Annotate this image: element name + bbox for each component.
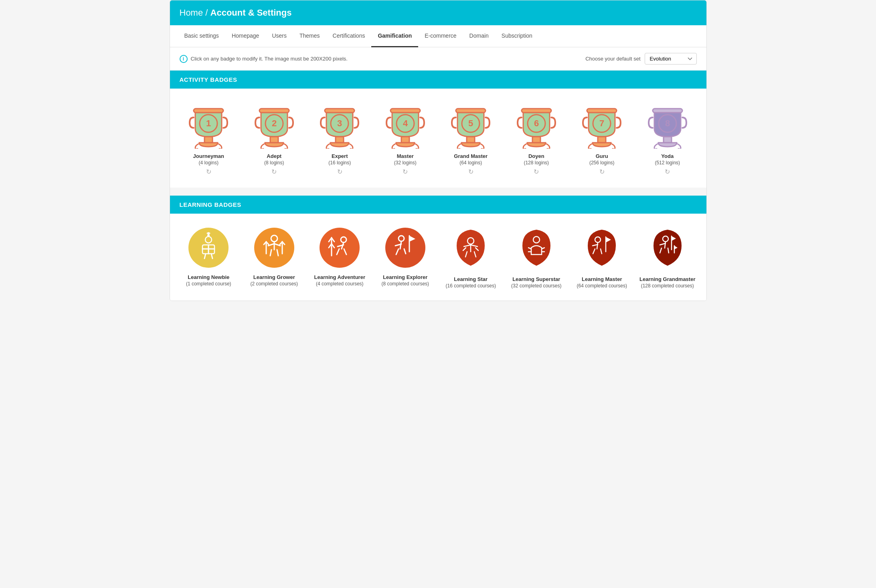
svg-rect-0 bbox=[194, 109, 223, 113]
badge-reset-3[interactable]: ↻ bbox=[337, 168, 342, 176]
breadcrumb-sep: / bbox=[203, 8, 210, 18]
learning-badge-5[interactable]: Learning Star (16 completed courses) bbox=[440, 226, 502, 289]
activity-badge-3[interactable]: 3 Expert (16 logins) ↻ bbox=[309, 101, 371, 176]
badge-sub-8: (512 logins) bbox=[655, 160, 680, 166]
learning-badge-icon-4 bbox=[383, 226, 427, 271]
activity-badge-2[interactable]: 2 Adept (8 logins) ↻ bbox=[243, 101, 305, 176]
learning-badge-sub-6: (32 completed courses) bbox=[511, 283, 561, 289]
learning-badge-2[interactable]: Learning Grower (2 completed courses) bbox=[243, 226, 305, 287]
badge-reset-2[interactable]: ↻ bbox=[271, 168, 277, 176]
svg-point-52 bbox=[320, 228, 360, 268]
badge-name-1: Journeyman bbox=[193, 153, 224, 159]
svg-text:7: 7 bbox=[599, 118, 604, 128]
learning-badge-1[interactable]: Learning Newbie (1 completed course) bbox=[178, 226, 240, 287]
svg-rect-9 bbox=[336, 137, 344, 143]
svg-point-59 bbox=[385, 228, 425, 268]
activity-badge-4[interactable]: 4 Master (32 logins) ↻ bbox=[374, 101, 436, 176]
svg-rect-8 bbox=[325, 109, 354, 113]
default-set-container: Choose your default set Evolution Classi… bbox=[585, 53, 696, 65]
tab-domain[interactable]: Domain bbox=[463, 25, 495, 47]
info-message-container: i Click on any badge to modify it. The i… bbox=[180, 55, 348, 63]
badge-sub-7: (256 logins) bbox=[589, 160, 615, 166]
badge-reset-4[interactable]: ↻ bbox=[403, 168, 408, 176]
badge-name-4: Master bbox=[397, 153, 414, 159]
badge-reset-8[interactable]: ↻ bbox=[665, 168, 670, 176]
tab-homepage[interactable]: Homepage bbox=[225, 25, 266, 47]
svg-text:1: 1 bbox=[206, 118, 211, 128]
badge-sub-1: (4 logins) bbox=[199, 160, 218, 166]
badge-reset-1[interactable]: ↻ bbox=[206, 168, 211, 176]
activity-badges-header: ACTIVITY BADGES bbox=[170, 71, 706, 89]
tab-gamification[interactable]: Gamification bbox=[371, 25, 418, 47]
learning-badge-3[interactable]: Learning Adventurer (4 completed courses… bbox=[309, 226, 371, 287]
info-message: Click on any badge to modify it. The ima… bbox=[191, 56, 348, 62]
svg-rect-24 bbox=[587, 109, 617, 113]
page-title: Home / Account & Settings bbox=[180, 8, 697, 18]
learning-badge-sub-5: (16 completed courses) bbox=[446, 283, 496, 289]
svg-rect-28 bbox=[653, 109, 682, 113]
badge-reset-7[interactable]: ↻ bbox=[599, 168, 605, 176]
activity-badge-8[interactable]: 8 Yoda (512 logins) ↻ bbox=[637, 101, 698, 176]
svg-rect-4 bbox=[259, 109, 289, 113]
svg-text:3: 3 bbox=[337, 118, 342, 128]
breadcrumb-home[interactable]: Home bbox=[180, 8, 203, 18]
learning-badge-icon-2 bbox=[252, 226, 296, 271]
badge-sub-2: (8 logins) bbox=[264, 160, 284, 166]
learning-badge-name-5: Learning Star bbox=[454, 276, 488, 282]
learning-badges-header: LEARNING BADGES bbox=[170, 196, 706, 214]
learning-badge-name-1: Learning Newbie bbox=[188, 274, 229, 280]
info-icon: i bbox=[180, 55, 188, 63]
svg-rect-21 bbox=[532, 137, 540, 143]
badge-reset-6[interactable]: ↻ bbox=[534, 168, 539, 176]
trophy-icon-7: 7 bbox=[580, 101, 624, 150]
choose-label: Choose your default set bbox=[585, 56, 640, 62]
learning-badge-7[interactable]: Learning Master (64 completed courses) bbox=[571, 226, 633, 289]
tab-subscription[interactable]: Subscription bbox=[495, 25, 539, 47]
activity-badge-7[interactable]: 7 Guru (256 logins) ↻ bbox=[571, 101, 633, 176]
trophy-icon-1: 1 bbox=[186, 101, 231, 150]
learning-badge-icon-3 bbox=[318, 226, 362, 271]
learning-badge-8[interactable]: Learning Grandmaster (128 completed cour… bbox=[637, 226, 698, 289]
activity-badge-6[interactable]: 6 Doyen (128 logins) ↻ bbox=[506, 101, 567, 176]
learning-badge-icon-5 bbox=[449, 226, 493, 273]
svg-rect-17 bbox=[467, 137, 475, 143]
tab-ecommerce[interactable]: E-commerce bbox=[418, 25, 463, 47]
activity-badge-1[interactable]: 1 Journeyman (4 logins) ↻ bbox=[178, 101, 240, 176]
section-divider bbox=[170, 188, 706, 196]
svg-rect-5 bbox=[270, 137, 278, 143]
learning-badge-6[interactable]: Learning Superstar (32 completed courses… bbox=[506, 226, 567, 289]
svg-text:8: 8 bbox=[665, 118, 670, 128]
svg-rect-13 bbox=[401, 137, 409, 143]
page-wrapper: Home / Account & Settings Basic settings… bbox=[170, 0, 707, 301]
svg-rect-29 bbox=[664, 137, 672, 143]
trophy-icon-4: 4 bbox=[383, 101, 427, 150]
page-header: Home / Account & Settings bbox=[170, 0, 706, 25]
default-set-dropdown[interactable]: Evolution Classic Modern bbox=[645, 53, 697, 65]
svg-line-42 bbox=[208, 233, 210, 233]
learning-badge-name-6: Learning Superstar bbox=[512, 276, 560, 282]
trophy-icon-5: 5 bbox=[449, 101, 493, 150]
activity-badges-grid: 1 Journeyman (4 logins) ↻ 2 bbox=[178, 101, 698, 176]
badge-name-5: Grand Master bbox=[454, 153, 488, 159]
badge-name-8: Yoda bbox=[661, 153, 674, 159]
learning-badges-title: LEARNING BADGES bbox=[180, 201, 697, 208]
learning-badge-name-3: Learning Adventurer bbox=[314, 274, 365, 280]
tab-certifications[interactable]: Certifications bbox=[326, 25, 372, 47]
learning-badge-name-8: Learning Grandmaster bbox=[639, 276, 695, 282]
nav-tabs: Basic settings Homepage Users Themes Cer… bbox=[170, 25, 706, 47]
badge-reset-5[interactable]: ↻ bbox=[468, 168, 473, 176]
tab-users[interactable]: Users bbox=[265, 25, 293, 47]
learning-badge-4[interactable]: Learning Explorer (8 completed courses) bbox=[374, 226, 436, 287]
tab-basic-settings[interactable]: Basic settings bbox=[178, 25, 225, 47]
svg-text:5: 5 bbox=[468, 118, 473, 128]
learning-badge-icon-1 bbox=[186, 226, 231, 271]
svg-rect-25 bbox=[598, 137, 606, 143]
learning-badge-sub-7: (64 completed courses) bbox=[577, 283, 627, 289]
trophy-icon-6: 6 bbox=[514, 101, 558, 150]
activity-badge-5[interactable]: 5 Grand Master (64 logins) ↻ bbox=[440, 101, 502, 176]
tab-themes[interactable]: Themes bbox=[293, 25, 326, 47]
learning-badge-icon-7 bbox=[580, 226, 624, 273]
trophy-icon-8: 8 bbox=[645, 101, 690, 150]
svg-rect-20 bbox=[522, 109, 551, 113]
svg-rect-1 bbox=[204, 137, 212, 143]
